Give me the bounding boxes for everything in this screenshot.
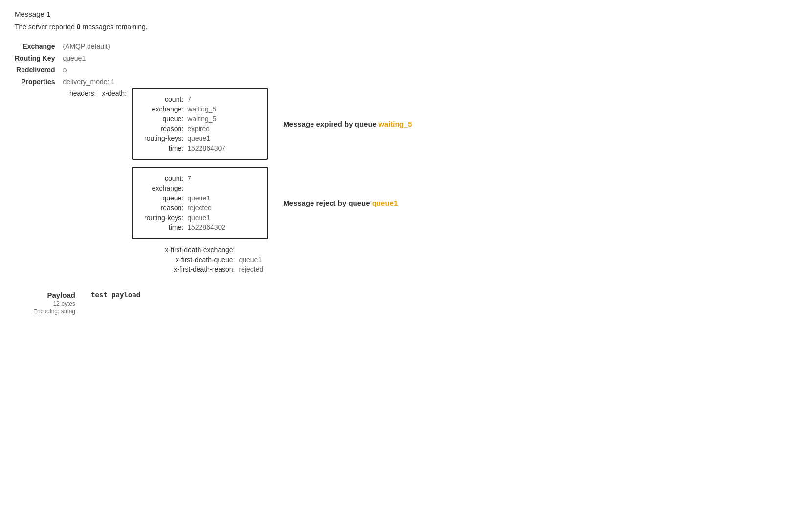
death-field-key: count:	[144, 94, 187, 104]
death-field-key: reason:	[144, 203, 187, 213]
death-field-key: exchange:	[144, 104, 187, 114]
death-field-val: expired	[187, 124, 225, 133]
headers-label: headers:	[63, 88, 102, 97]
death-boxes: count:7exchange:waiting_5queue:waiting_5…	[132, 88, 412, 239]
death-box-field-1-4: routing-keys:queue1	[144, 213, 225, 222]
death-box-inner-0: count:7exchange:waiting_5queue:waiting_5…	[144, 94, 225, 153]
death-field-val: queue1	[187, 133, 225, 143]
death-box-row-1: count:7exchange:queue:queue1reason:rejec…	[132, 167, 412, 239]
death-field-key: time:	[144, 143, 187, 153]
death-field-val: rejected	[187, 203, 225, 213]
extra-header-key-0: x-first-death-exchange:	[141, 246, 239, 254]
delivery-mode-text: delivery_mode: 1	[63, 78, 412, 86]
death-field-key: reason:	[144, 124, 187, 133]
routing-key-row: Routing Key queue1	[15, 52, 412, 64]
death-box-0: count:7exchange:waiting_5queue:waiting_5…	[132, 88, 268, 160]
payload-content: test payload	[91, 291, 140, 299]
death-field-val: 1522864302	[187, 222, 225, 232]
server-msg-prefix: The server reported	[15, 23, 77, 31]
death-field-val: 7	[187, 174, 225, 183]
redelivered-row: Redelivered	[15, 64, 412, 76]
death-box-inner-1: count:7exchange:queue:queue1reason:rejec…	[144, 174, 225, 232]
death-box-field-1-2: queue:queue1	[144, 193, 225, 203]
payload-size: 12 bytes	[15, 300, 75, 307]
death-field-val: 7	[187, 94, 225, 104]
death-box-field-0-4: routing-keys:queue1	[144, 133, 225, 143]
death-field-key: queue:	[144, 114, 187, 124]
death-field-key: queue:	[144, 193, 187, 203]
meta-table: Exchange (AMQP default) Routing Key queu…	[15, 41, 412, 276]
death-field-val	[187, 183, 225, 193]
death-field-key: routing-keys:	[144, 213, 187, 222]
server-msg-count: 0	[77, 23, 81, 31]
extra-header-row-1: x-first-death-queue:queue1	[141, 255, 412, 265]
death-box-field-1-5: time:1522864302	[144, 222, 225, 232]
exchange-value: (AMQP default)	[63, 41, 412, 52]
extra-headers: x-first-death-exchange:x-first-death-que…	[63, 245, 412, 274]
x-death-label: x-death:	[102, 88, 132, 97]
payload-encoding: Encoding: string	[15, 308, 75, 315]
death-field-key: routing-keys:	[144, 133, 187, 143]
death-box-field-0-3: reason:expired	[144, 124, 225, 133]
payload-section: Payload 12 bytes Encoding: string test p…	[15, 291, 784, 315]
death-field-key: count:	[144, 174, 187, 183]
death-msg-prefix: Message expired by queue	[283, 120, 378, 128]
exchange-label: Exchange	[15, 41, 63, 52]
death-field-val: queue1	[187, 193, 225, 203]
redelivered-value	[63, 64, 412, 76]
payload-left: Payload 12 bytes Encoding: string	[15, 291, 83, 315]
death-box-field-0-5: time:1522864307	[144, 143, 225, 153]
routing-key-value: queue1	[63, 52, 412, 64]
extra-header-key-2: x-first-death-reason:	[141, 266, 239, 273]
death-annotation-0: Message expired by queue waiting_5	[283, 120, 412, 128]
death-field-key: time:	[144, 222, 187, 232]
page-title: Message 1	[15, 10, 784, 18]
death-field-val: queue1	[187, 213, 225, 222]
death-field-val: waiting_5	[187, 114, 225, 124]
death-msg-highlight: queue1	[372, 199, 398, 207]
death-box-field-0-2: queue:waiting_5	[144, 114, 225, 124]
server-msg-suffix: messages remaining.	[81, 23, 148, 31]
death-field-val: 1522864307	[187, 143, 225, 153]
extra-header-val-2: rejected	[239, 266, 263, 273]
extra-header-row-2: x-first-death-reason:rejected	[141, 265, 412, 274]
death-box-field-0-1: exchange:waiting_5	[144, 104, 225, 114]
death-msg-prefix: Message reject by queue	[283, 199, 372, 207]
server-message: The server reported 0 messages remaining…	[15, 23, 784, 31]
death-annotation-1: Message reject by queue queue1	[283, 199, 398, 207]
headers-row: headers: x-death: count:7exchange:waitin…	[63, 88, 412, 239]
death-box-row-0: count:7exchange:waiting_5queue:waiting_5…	[132, 88, 412, 160]
payload-row: Payload 12 bytes Encoding: string test p…	[15, 291, 784, 315]
payload-label: Payload	[15, 291, 75, 299]
properties-value: delivery_mode: 1 headers: x-death: count…	[63, 76, 412, 276]
death-box-field-0-0: count:7	[144, 94, 225, 104]
death-box-field-1-1: exchange:	[144, 183, 225, 193]
routing-key-label: Routing Key	[15, 52, 63, 64]
properties-row: Properties delivery_mode: 1 headers: x-d…	[15, 76, 412, 276]
properties-label: Properties	[15, 76, 63, 276]
exchange-row: Exchange (AMQP default)	[15, 41, 412, 52]
death-box-field-1-3: reason:rejected	[144, 203, 225, 213]
death-field-key: exchange:	[144, 183, 187, 193]
death-box-field-1-0: count:7	[144, 174, 225, 183]
redelivered-label: Redelivered	[15, 64, 63, 76]
redelivered-circle-icon	[63, 68, 67, 72]
extra-header-val-1: queue1	[239, 256, 262, 264]
extra-header-key-1: x-first-death-queue:	[141, 256, 239, 264]
death-box-1: count:7exchange:queue:queue1reason:rejec…	[132, 167, 268, 239]
xdeath-section: x-death: count:7exchange:waiting_5queue:…	[102, 88, 412, 239]
death-msg-highlight: waiting_5	[378, 120, 412, 128]
extra-header-row-0: x-first-death-exchange:	[141, 245, 412, 255]
death-field-val: waiting_5	[187, 104, 225, 114]
